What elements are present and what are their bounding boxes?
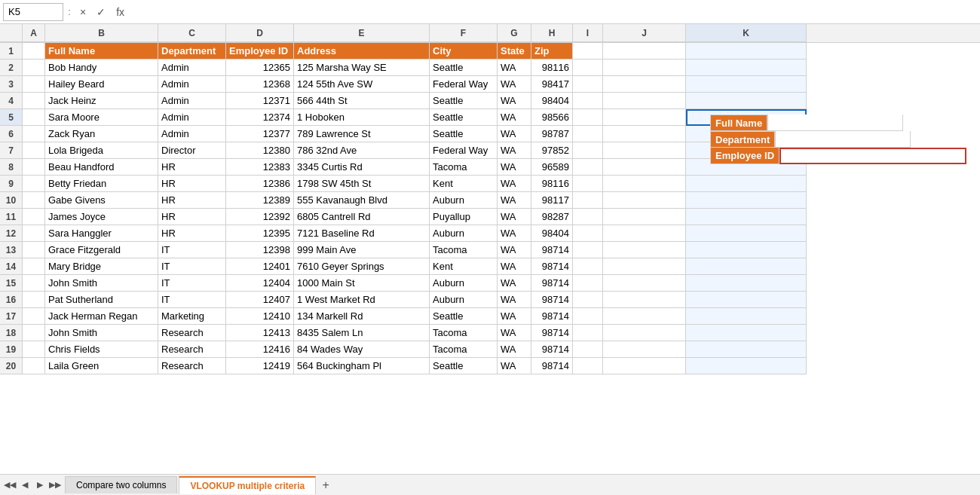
cell-A7[interactable] [23, 142, 45, 159]
cell-H12[interactable]: 98404 [531, 225, 573, 242]
cell-J5[interactable] [603, 109, 686, 126]
cell-J18[interactable] [603, 325, 686, 341]
cell-D19[interactable]: 12416 [226, 341, 294, 358]
cell-C3[interactable]: Admin [158, 76, 226, 93]
cell-A15[interactable] [23, 275, 45, 292]
cell-C9[interactable]: HR [158, 176, 226, 192]
cell-D5[interactable]: 12374 [226, 109, 294, 126]
cell-D18[interactable]: 12413 [226, 325, 294, 341]
cell-D13[interactable]: 12398 [226, 242, 294, 258]
cell-A5[interactable] [23, 109, 45, 126]
cell-J7[interactable] [603, 142, 686, 159]
cell-B7[interactable]: Lola Brigeda [45, 142, 158, 159]
cell-A1[interactable] [23, 43, 45, 60]
cell-G12[interactable]: WA [498, 225, 531, 242]
cell-H16[interactable]: 98714 [531, 292, 573, 308]
cell-K15[interactable] [686, 275, 807, 292]
cell-E16[interactable]: 1 West Market Rd [294, 292, 430, 308]
cell-C2[interactable]: Admin [158, 60, 226, 76]
cell-E10[interactable]: 555 Kavanaugh Blvd [294, 192, 430, 209]
cell-B18[interactable]: John Smith [45, 325, 158, 341]
cell-G9[interactable]: WA [498, 176, 531, 192]
cell-D20[interactable]: 12419 [226, 358, 294, 374]
cell-G19[interactable]: WA [498, 341, 531, 358]
cell-D15[interactable]: 12404 [226, 275, 294, 292]
cell-A19[interactable] [23, 341, 45, 358]
cell-I3[interactable] [573, 76, 603, 93]
cell-I20[interactable] [573, 358, 603, 374]
cell-A8[interactable] [23, 159, 45, 176]
row-header-2[interactable]: 2 [0, 60, 23, 76]
cell-E1[interactable]: Address [294, 43, 430, 60]
formula-input[interactable] [132, 3, 977, 21]
col-header-D[interactable]: D [226, 24, 294, 42]
cell-J14[interactable] [603, 258, 686, 275]
row-header-9[interactable]: 9 [0, 176, 23, 192]
cell-B1[interactable]: Full Name [45, 43, 158, 60]
row-header-16[interactable]: 16 [0, 292, 23, 308]
cell-E8[interactable]: 3345 Curtis Rd [294, 159, 430, 176]
cell-H7[interactable]: 97852 [531, 142, 573, 159]
row-header-8[interactable]: 8 [0, 159, 23, 176]
cell-K12[interactable] [686, 225, 807, 242]
lookup-empid-value[interactable] [779, 148, 966, 164]
cell-K11[interactable] [686, 209, 807, 225]
cell-C15[interactable]: IT [158, 275, 226, 292]
cell-E13[interactable]: 999 Main Ave [294, 242, 430, 258]
cell-K14[interactable] [686, 258, 807, 275]
cell-C5[interactable]: Admin [158, 109, 226, 126]
cell-F7[interactable]: Federal Way [430, 142, 498, 159]
cell-H5[interactable]: 98566 [531, 109, 573, 126]
cell-I16[interactable] [573, 292, 603, 308]
col-header-C[interactable]: C [158, 24, 226, 42]
cell-C1[interactable]: Department [158, 43, 226, 60]
cell-J12[interactable] [603, 225, 686, 242]
row-header-10[interactable]: 10 [0, 192, 23, 209]
cell-F5[interactable]: Seattle [430, 109, 498, 126]
cell-B5[interactable]: Sara Moore [45, 109, 158, 126]
cell-F2[interactable]: Seattle [430, 60, 498, 76]
cell-I6[interactable] [573, 126, 603, 142]
cell-C19[interactable]: Research [158, 341, 226, 358]
cell-A4[interactable] [23, 93, 45, 109]
cell-G1[interactable]: State [498, 43, 531, 60]
cell-B14[interactable]: Mary Bridge [45, 258, 158, 275]
cell-G3[interactable]: WA [498, 76, 531, 93]
col-header-K[interactable]: K [686, 24, 807, 42]
col-header-E[interactable]: E [294, 24, 430, 42]
col-header-B[interactable]: B [45, 24, 158, 42]
cell-D4[interactable]: 12371 [226, 93, 294, 109]
cell-K1[interactable] [686, 43, 807, 60]
cell-E6[interactable]: 789 Lawrence St [294, 126, 430, 142]
cell-C4[interactable]: Admin [158, 93, 226, 109]
cell-B17[interactable]: Jack Herman Regan [45, 308, 158, 325]
cell-I8[interactable] [573, 159, 603, 176]
cell-E14[interactable]: 7610 Geyer Springs [294, 258, 430, 275]
cell-I4[interactable] [573, 93, 603, 109]
cell-F4[interactable]: Seattle [430, 93, 498, 109]
cell-D6[interactable]: 12377 [226, 126, 294, 142]
cell-A9[interactable] [23, 176, 45, 192]
cell-G8[interactable]: WA [498, 159, 531, 176]
cell-H11[interactable]: 98287 [531, 209, 573, 225]
cell-I13[interactable] [573, 242, 603, 258]
cell-D11[interactable]: 12392 [226, 209, 294, 225]
cell-I14[interactable] [573, 258, 603, 275]
cell-H4[interactable]: 98404 [531, 93, 573, 109]
cell-F6[interactable]: Seattle [430, 126, 498, 142]
cell-E3[interactable]: 124 55th Ave SW [294, 76, 430, 93]
cell-C8[interactable]: HR [158, 159, 226, 176]
cell-C6[interactable]: Admin [158, 126, 226, 142]
cell-I2[interactable] [573, 60, 603, 76]
cell-E2[interactable]: 125 Marsha Way SE [294, 60, 430, 76]
cell-J1[interactable] [603, 43, 686, 60]
cell-C17[interactable]: Marketing [158, 308, 226, 325]
row-header-13[interactable]: 13 [0, 242, 23, 258]
cell-I19[interactable] [573, 341, 603, 358]
cell-J4[interactable] [603, 93, 686, 109]
cell-G7[interactable]: WA [498, 142, 531, 159]
cell-K16[interactable] [686, 292, 807, 308]
cell-I5[interactable] [573, 109, 603, 126]
cell-J2[interactable] [603, 60, 686, 76]
cell-D14[interactable]: 12401 [226, 258, 294, 275]
